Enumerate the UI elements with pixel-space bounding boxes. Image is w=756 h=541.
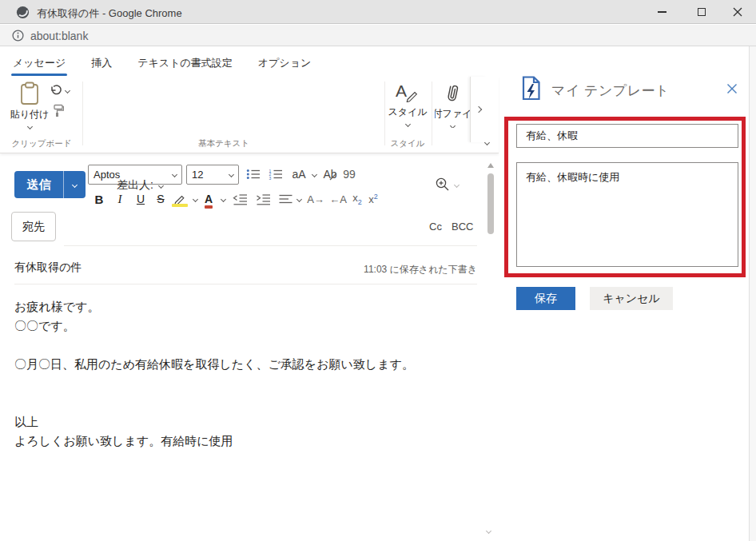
chevron-down-icon [26, 124, 32, 129]
minimize-icon [658, 11, 666, 13]
undo-icon [50, 85, 62, 96]
align-button[interactable] [277, 189, 294, 209]
ltr-direction-button[interactable]: A→ [305, 189, 326, 209]
font-color-button[interactable]: A [201, 189, 216, 209]
globe-favicon-icon [16, 6, 30, 19]
message-body-editor[interactable]: お疲れ様です。 〇〇です。 〇月〇日、私用のため有給休暇を取得したく、ご承認をお… [14, 297, 472, 451]
group-divider [432, 82, 432, 145]
svg-text:3: 3 [269, 176, 272, 180]
align-icon [279, 194, 292, 204]
clear-formatting-button[interactable]: Ab [321, 165, 339, 184]
superscript-label: x2 [368, 193, 378, 205]
tab-options[interactable]: オプション [257, 51, 313, 77]
zoom-control[interactable] [435, 177, 459, 193]
address-bar[interactable]: about:blank [0, 25, 756, 46]
close-window-button[interactable] [720, 0, 755, 24]
paste-button[interactable]: 貼り付け [6, 82, 53, 134]
tab-insert[interactable]: 挿入 [90, 51, 113, 77]
attach-file-button[interactable]: 添付ファイル [435, 83, 470, 128]
send-split-button: 送信 [14, 171, 86, 198]
decrease-indent-icon [233, 193, 248, 205]
increase-indent-button[interactable] [253, 189, 273, 209]
minimize-button[interactable] [644, 0, 679, 24]
decrease-indent-button[interactable] [230, 189, 249, 209]
collapse-ribbon-button[interactable] [480, 137, 493, 147]
quote-button[interactable]: 99 [340, 165, 358, 184]
highlight-button[interactable] [172, 189, 188, 209]
tab-format-text[interactable]: テキストの書式設定 [136, 51, 234, 77]
scroll-down-icon[interactable] [487, 522, 491, 536]
recipient-input[interactable] [64, 214, 420, 241]
paste-label: 貼り付け [10, 108, 50, 121]
scroll-up-icon[interactable] [487, 163, 494, 168]
format-painter-button[interactable] [53, 104, 64, 121]
ribbon-overflow-button[interactable] [470, 77, 487, 142]
highlight-color-swatch [172, 204, 188, 207]
close-panel-button[interactable] [723, 80, 741, 97]
group-divider [82, 82, 83, 145]
styles-group-label: スタイル [388, 138, 427, 149]
chevron-down-icon [192, 196, 197, 201]
chevron-down-icon[interactable] [65, 87, 70, 93]
from-label: 差出人: [117, 178, 153, 193]
send-button[interactable]: 送信 [14, 171, 64, 198]
change-case-button[interactable]: aA [289, 165, 308, 184]
to-button[interactable]: 宛先 [11, 212, 56, 241]
url-text[interactable]: about:blank [30, 30, 88, 42]
scrollbar-thumb[interactable] [487, 173, 494, 234]
chevron-down-icon [72, 181, 78, 187]
save-button[interactable]: 保存 [516, 287, 575, 310]
body-line: よろしくお願い致します。有給時に使用 [14, 432, 472, 451]
paperclip-icon [442, 83, 464, 105]
subscript-button[interactable]: x2 [350, 189, 364, 209]
maximize-button[interactable] [684, 0, 719, 24]
cancel-button[interactable]: キャンセル [590, 287, 673, 310]
template-body-input[interactable]: 有給、休暇時に使用 [516, 162, 738, 267]
template-name-input[interactable]: 有給、休暇 [516, 124, 738, 148]
ribbon-toolbar: 貼り付け クリップボード Aptos 12 [0, 77, 499, 153]
body-line [14, 336, 472, 355]
change-case-dropdown[interactable] [310, 165, 318, 184]
email-scrollbar[interactable] [485, 160, 497, 541]
font-color-swatch [205, 205, 213, 209]
font-size-value: 12 [192, 169, 203, 181]
bold-button[interactable]: B [91, 189, 107, 209]
chevron-down-icon [220, 196, 225, 201]
cc-button[interactable]: Cc [429, 221, 442, 233]
chevron-down-icon [404, 121, 410, 127]
maximize-icon [698, 8, 706, 16]
tab-message[interactable]: メッセージ [11, 51, 67, 77]
page-scrollbar-track[interactable] [749, 46, 756, 541]
increase-indent-icon [256, 193, 271, 205]
clear-formatting-label: Ab [323, 168, 336, 181]
superscript-button[interactable]: x2 [366, 189, 380, 209]
chevron-down-icon [172, 172, 177, 177]
undo-button[interactable] [50, 85, 70, 96]
rtl-direction-button[interactable]: ←A [328, 189, 348, 209]
bullet-list-button[interactable] [245, 165, 262, 184]
subject-input[interactable]: 有休取得の件 [14, 261, 82, 275]
basic-text-group-label: 基本テキスト [160, 138, 288, 149]
align-dropdown[interactable] [295, 189, 303, 209]
body-line: 〇月〇日、私用のため有給休暇を取得したく、ご承認をお願い致します。 [14, 355, 472, 374]
bcc-button[interactable]: BCC [452, 221, 473, 233]
from-selector[interactable]: 差出人: [117, 178, 163, 193]
close-icon [726, 83, 738, 94]
chevron-down-icon [158, 182, 164, 188]
change-case-label: aA [292, 168, 305, 181]
send-options-dropdown[interactable] [64, 171, 86, 198]
styles-button[interactable]: A スタイル [388, 83, 427, 126]
ltr-label: A→ [307, 193, 324, 205]
highlight-dropdown[interactable] [191, 189, 199, 209]
chevron-down-icon [449, 123, 455, 128]
window-titlebar: 有休取得の件 - Google Chrome [0, 0, 756, 24]
font-color-label: A [205, 193, 213, 205]
clipboard-group-label: クリップボード [6, 138, 77, 149]
info-icon[interactable] [12, 30, 24, 42]
font-size-select[interactable]: 12 [186, 165, 239, 185]
template-document-icon [519, 75, 543, 101]
body-line [14, 393, 472, 412]
numbered-list-button[interactable]: 1 2 3 [267, 165, 284, 184]
font-color-dropdown[interactable] [219, 189, 227, 209]
chevron-down-icon [311, 171, 316, 177]
